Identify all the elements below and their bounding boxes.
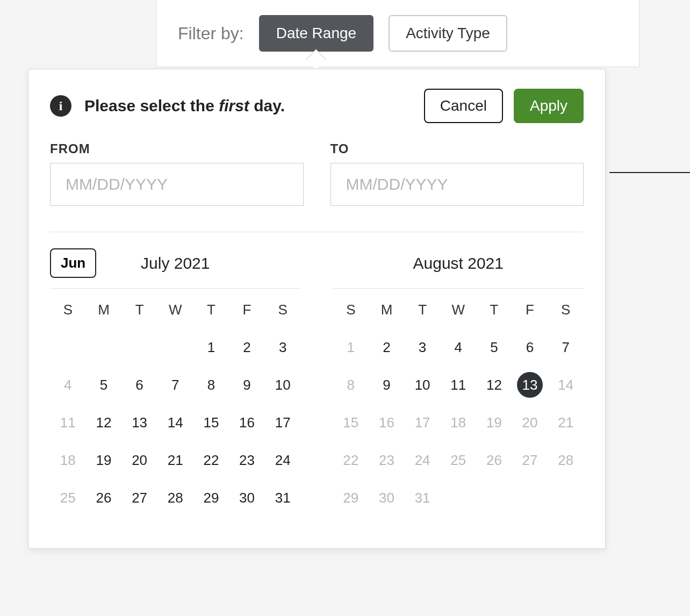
calendar-day[interactable]: 2 xyxy=(369,333,405,361)
prev-month-button[interactable]: Jun xyxy=(50,248,96,278)
cancel-button[interactable]: Cancel xyxy=(424,89,503,123)
week-row: 22232425262728 xyxy=(333,446,584,474)
week-row: 293031 xyxy=(333,484,584,512)
date-inputs: FROM TO xyxy=(50,141,584,206)
calendar-day[interactable]: 3 xyxy=(405,333,441,361)
calendar-day[interactable]: 28 xyxy=(157,484,193,512)
calendar-day[interactable]: 30 xyxy=(369,484,405,512)
weekday-label: S xyxy=(50,302,86,318)
calendar-left-header: Jun July 2021 xyxy=(50,248,301,278)
calendar-day[interactable]: 3 xyxy=(265,333,301,361)
calendar-day[interactable]: 10 xyxy=(405,371,441,399)
weekday-label: T xyxy=(476,302,512,318)
prompt-suffix: day. xyxy=(249,97,285,114)
calendar-day[interactable]: 28 xyxy=(548,446,584,474)
weekday-label: T xyxy=(193,302,229,318)
calendar-day[interactable]: 31 xyxy=(265,484,301,512)
calendar-day[interactable]: 26 xyxy=(476,446,512,474)
calendar-day[interactable]: 18 xyxy=(50,446,86,474)
calendar-right-header: August 2021 xyxy=(333,248,584,278)
calendar-day[interactable]: 19 xyxy=(86,446,122,474)
calendar-day[interactable]: 22 xyxy=(333,446,369,474)
calendar-day-empty xyxy=(512,484,548,512)
filter-bar: Filter by: Date Range Activity Type xyxy=(156,0,639,67)
calendar-day[interactable]: 11 xyxy=(50,409,86,436)
calendar-day-empty xyxy=(440,484,476,512)
calendars: Jun July 2021 SMTWTFS 123456789101112131… xyxy=(50,248,584,521)
from-group: FROM xyxy=(50,141,304,206)
calendar-day[interactable]: 15 xyxy=(193,409,229,436)
calendar-day[interactable]: 27 xyxy=(512,446,548,474)
prompt-text: Please select the first day. xyxy=(84,97,285,115)
calendar-day[interactable]: 7 xyxy=(157,371,193,399)
calendar-day[interactable]: 26 xyxy=(86,484,122,512)
calendar-day[interactable]: 27 xyxy=(121,484,157,512)
calendar-day[interactable]: 29 xyxy=(333,484,369,512)
calendar-day[interactable]: 16 xyxy=(229,409,265,436)
calendar-day[interactable]: 7 xyxy=(548,333,584,361)
weekday-label: F xyxy=(229,302,265,318)
calendar-day[interactable]: 12 xyxy=(476,371,512,399)
popover-header: i Please select the first day. Cancel Ap… xyxy=(50,89,584,123)
calendar-day[interactable]: 21 xyxy=(157,446,193,474)
weekday-label: S xyxy=(548,302,584,318)
calendar-day[interactable]: 23 xyxy=(369,446,405,474)
calendar-day[interactable]: 8 xyxy=(333,371,369,399)
calendar-day[interactable]: 9 xyxy=(369,371,405,399)
calendar-day[interactable]: 11 xyxy=(440,371,476,399)
calendar-day[interactable]: 25 xyxy=(50,484,86,512)
week-row: 15161718192021 xyxy=(333,409,584,436)
calendar-day[interactable]: 31 xyxy=(405,484,441,512)
calendar-day[interactable]: 24 xyxy=(405,446,441,474)
apply-button[interactable]: Apply xyxy=(514,89,584,123)
calendar-day[interactable]: 12 xyxy=(86,409,122,436)
calendar-day[interactable]: 24 xyxy=(265,446,301,474)
to-group: TO xyxy=(330,141,584,206)
to-input[interactable] xyxy=(330,163,584,206)
week-row: 123 xyxy=(50,333,301,361)
calendar-day[interactable]: 14 xyxy=(157,409,193,436)
calendar-day[interactable]: 21 xyxy=(548,409,584,436)
from-input[interactable] xyxy=(50,163,304,206)
calendar-day[interactable]: 17 xyxy=(265,409,301,436)
calendar-day[interactable]: 6 xyxy=(121,371,157,399)
calendar-day[interactable]: 25 xyxy=(440,446,476,474)
calendar-day[interactable]: 19 xyxy=(476,409,512,436)
calendar-day[interactable]: 23 xyxy=(229,446,265,474)
calendar-day[interactable]: 4 xyxy=(440,333,476,361)
calendar-right-divider xyxy=(333,288,584,289)
calendar-right-title: August 2021 xyxy=(413,254,504,273)
calendar-day[interactable]: 20 xyxy=(121,446,157,474)
calendar-day-empty xyxy=(50,333,86,361)
calendar-day[interactable]: 14 xyxy=(548,371,584,399)
calendar-day[interactable]: 30 xyxy=(229,484,265,512)
calendar-day[interactable]: 29 xyxy=(193,484,229,512)
calendar-day[interactable]: 5 xyxy=(476,333,512,361)
calendar-day[interactable]: 1 xyxy=(333,333,369,361)
filter-date-range-button[interactable]: Date Range xyxy=(259,15,373,52)
date-range-popover: i Please select the first day. Cancel Ap… xyxy=(28,69,606,549)
calendar-day[interactable]: 1 xyxy=(193,333,229,361)
calendar-day[interactable]: 6 xyxy=(512,333,548,361)
calendar-left: Jun July 2021 SMTWTFS 123456789101112131… xyxy=(50,248,301,521)
calendar-day[interactable]: 9 xyxy=(229,371,265,399)
calendar-day[interactable]: 8 xyxy=(193,371,229,399)
calendar-day[interactable]: 16 xyxy=(369,409,405,436)
calendar-day[interactable]: 5 xyxy=(86,371,122,399)
calendar-day[interactable]: 4 xyxy=(50,371,86,399)
calendar-day[interactable]: 20 xyxy=(512,409,548,436)
calendar-day[interactable]: 2 xyxy=(229,333,265,361)
calendar-day[interactable]: 10 xyxy=(265,371,301,399)
calendar-day[interactable]: 17 xyxy=(405,409,441,436)
filter-activity-type-button[interactable]: Activity Type xyxy=(389,15,507,52)
prompt-emphasis: first xyxy=(219,97,249,114)
calendar-day[interactable]: 15 xyxy=(333,409,369,436)
calendar-day[interactable]: 22 xyxy=(193,446,229,474)
calendar-day-empty xyxy=(548,484,584,512)
calendar-day[interactable]: 13 xyxy=(121,409,157,436)
weekday-row-right: SMTWTFS xyxy=(333,302,584,318)
calendar-day[interactable]: 18 xyxy=(440,409,476,436)
popover-prompt: i Please select the first day. xyxy=(50,95,285,117)
calendar-left-divider xyxy=(50,288,301,289)
calendar-day[interactable]: 13 xyxy=(512,371,548,399)
